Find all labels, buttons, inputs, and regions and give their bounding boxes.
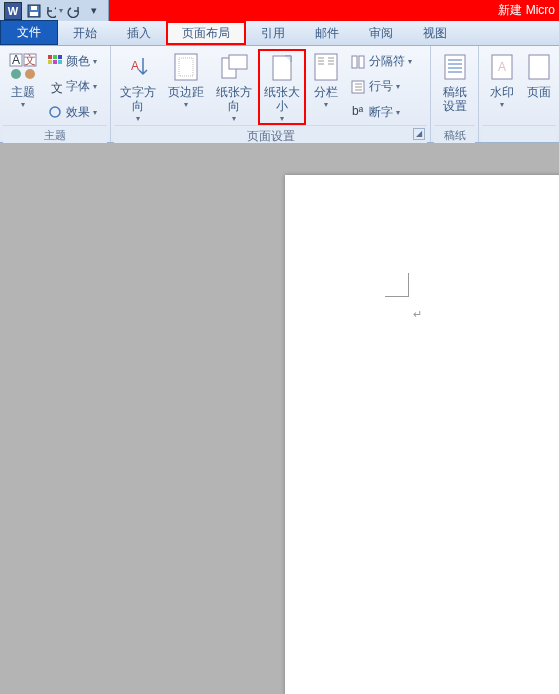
themes-button[interactable]: A文 主题 ▾ <box>3 49 43 125</box>
orientation-button[interactable]: 纸张方向 ▾ <box>210 49 258 125</box>
chevron-down-icon: ▾ <box>280 114 284 123</box>
page-border-icon <box>523 51 555 83</box>
paper-size-button[interactable]: 纸张大小 ▾ <box>258 49 306 125</box>
svg-text:A: A <box>498 60 506 74</box>
margins-icon <box>170 51 202 83</box>
undo-icon[interactable]: ▾ <box>45 2 63 20</box>
ribbon: A文 主题 ▾ 颜色▾ 文字体▾ 效果▾ 主题 A 文字方向 ▾ 页边距 ▾ <box>0 46 559 143</box>
tab-mail[interactable]: 邮件 <box>300 21 354 45</box>
tab-home[interactable]: 开始 <box>58 21 112 45</box>
hyphenation-icon: bª <box>350 104 366 120</box>
tab-view[interactable]: 视图 <box>408 21 462 45</box>
dialog-launcher-icon[interactable]: ◢ <box>413 128 425 140</box>
themes-icon: A文 <box>7 51 39 83</box>
svg-rect-30 <box>352 56 357 68</box>
group-label-theme: 主题 <box>3 125 107 145</box>
text-direction-button[interactable]: A 文字方向 ▾ <box>114 49 162 125</box>
group-label-bg <box>482 125 556 142</box>
ribbon-tabs: 文件 开始 插入 页面布局 引用 邮件 审阅 视图 <box>0 21 559 46</box>
chevron-down-icon: ▾ <box>21 100 25 109</box>
paragraph-mark-icon: ↵ <box>413 308 422 321</box>
group-label-manuscript: 稿纸 <box>434 125 475 145</box>
quick-access-toolbar: W ▾ ▾ <box>0 0 109 21</box>
page-border-button[interactable]: 页面 <box>522 49 556 125</box>
svg-rect-44 <box>529 55 549 79</box>
fonts-icon: 文 <box>47 79 63 95</box>
svg-rect-13 <box>53 60 57 64</box>
manuscript-button[interactable]: 稿纸设置 <box>434 49 475 125</box>
paper-size-icon <box>266 53 298 83</box>
svg-rect-10 <box>53 55 57 59</box>
svg-rect-31 <box>359 56 364 68</box>
breaks-icon <box>350 54 366 70</box>
watermark-button[interactable]: A 水印 ▾ <box>482 49 522 125</box>
svg-rect-12 <box>48 60 52 64</box>
effects-icon <box>47 104 63 120</box>
watermark-icon: A <box>486 51 518 83</box>
svg-rect-2 <box>31 6 37 10</box>
text-direction-icon: A <box>122 51 154 83</box>
svg-point-16 <box>50 107 60 117</box>
svg-text:bª: bª <box>352 105 364 118</box>
svg-rect-22 <box>273 56 291 80</box>
breaks-button[interactable]: 分隔符▾ <box>350 51 412 73</box>
columns-icon <box>310 51 342 83</box>
document-page[interactable]: ↵ <box>285 175 559 694</box>
group-page-background: A 水印 ▾ 页面 <box>479 46 559 142</box>
tab-insert[interactable]: 插入 <box>112 21 166 45</box>
svg-rect-11 <box>58 55 62 59</box>
theme-colors-button[interactable]: 颜色▾ <box>47 51 97 73</box>
margins-button[interactable]: 页边距 ▾ <box>162 49 210 125</box>
orientation-icon <box>218 51 250 83</box>
tab-page-layout[interactable]: 页面布局 <box>166 21 246 45</box>
hyphenation-button[interactable]: bª断字▾ <box>350 101 412 123</box>
margin-corner-icon <box>385 273 409 297</box>
svg-point-8 <box>25 69 35 79</box>
group-manuscript: 稿纸设置 稿纸 <box>431 46 479 142</box>
title-bar: W ▾ ▾ 新建 Micro <box>0 0 559 21</box>
chevron-down-icon: ▾ <box>500 100 504 109</box>
group-theme: A文 主题 ▾ 颜色▾ 文字体▾ 效果▾ 主题 <box>0 46 111 142</box>
tab-review[interactable]: 审阅 <box>354 21 408 45</box>
manuscript-icon <box>439 51 471 83</box>
svg-text:A: A <box>131 59 139 73</box>
save-icon[interactable] <box>25 2 43 20</box>
document-workspace: ↵ <box>0 143 559 694</box>
svg-rect-14 <box>58 60 62 64</box>
svg-point-7 <box>11 69 21 79</box>
svg-rect-9 <box>48 55 52 59</box>
theme-effects-button[interactable]: 效果▾ <box>47 101 97 123</box>
redo-icon[interactable] <box>65 2 83 20</box>
chevron-down-icon: ▾ <box>232 114 236 123</box>
tab-references[interactable]: 引用 <box>246 21 300 45</box>
svg-rect-37 <box>445 55 465 79</box>
line-numbers-icon <box>350 79 366 95</box>
columns-button[interactable]: 分栏 ▾ <box>306 49 346 125</box>
qat-more-icon[interactable]: ▾ <box>85 2 103 20</box>
theme-fonts-button[interactable]: 文字体▾ <box>47 76 97 98</box>
chevron-down-icon: ▾ <box>136 114 140 123</box>
svg-text:文: 文 <box>51 81 62 94</box>
group-page-setup: A 文字方向 ▾ 页边距 ▾ 纸张方向 ▾ 纸张大小 ▾ 分栏 <box>111 46 431 142</box>
svg-text:A: A <box>12 53 20 67</box>
chevron-down-icon: ▾ <box>184 100 188 109</box>
colors-icon <box>47 54 63 70</box>
tab-file[interactable]: 文件 <box>0 20 58 45</box>
line-numbers-button[interactable]: 行号▾ <box>350 76 412 98</box>
document-title: 新建 Micro <box>498 2 555 19</box>
svg-rect-21 <box>229 55 247 69</box>
svg-rect-1 <box>30 12 38 16</box>
chevron-down-icon: ▾ <box>324 100 328 109</box>
svg-text:文: 文 <box>24 53 36 67</box>
word-logo-icon[interactable]: W <box>4 2 22 20</box>
